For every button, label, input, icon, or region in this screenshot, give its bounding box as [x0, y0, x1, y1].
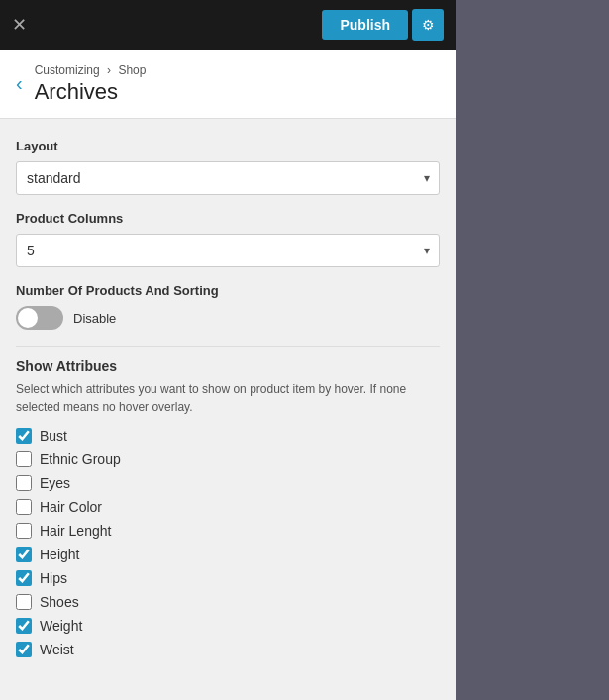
checkbox-shoes: Shoes	[16, 594, 440, 610]
checkbox-hair-color: Hair Color	[16, 499, 440, 515]
page-title: Archives	[35, 79, 147, 105]
weight-label: Weight	[40, 618, 82, 634]
eyes-checkbox[interactable]	[16, 475, 32, 491]
shoes-checkbox[interactable]	[16, 594, 32, 610]
ethnic-group-label: Ethnic Group	[40, 451, 121, 467]
hair-lenght-label: Hair Lenght	[40, 523, 111, 539]
hair-color-checkbox[interactable]	[16, 499, 32, 515]
main-panel: Layout standard grid list ▾ Product Colu…	[0, 119, 456, 700]
checkbox-hips: Hips	[16, 570, 440, 586]
toggle-knob	[18, 308, 38, 328]
gear-icon: ⚙	[422, 17, 435, 33]
hips-checkbox[interactable]	[16, 570, 32, 586]
show-attribs-title: Show Attribues	[16, 358, 440, 374]
toggle-label: Disable	[73, 311, 116, 326]
checkbox-weight: Weight	[16, 618, 440, 634]
show-attribs-section: Show Attribues Select which attributes y…	[16, 358, 440, 657]
checkbox-hair-lenght: Hair Lenght	[16, 523, 440, 539]
hips-label: Hips	[40, 570, 67, 586]
close-button[interactable]: ✕	[12, 16, 27, 34]
ethnic-group-checkbox[interactable]	[16, 451, 32, 467]
bust-label: Bust	[40, 428, 67, 444]
breadcrumb-part1: Customizing	[35, 63, 100, 77]
height-checkbox[interactable]	[16, 547, 32, 562]
disable-toggle[interactable]	[16, 306, 63, 330]
product-columns-select[interactable]: 1 2 3 4 5 6	[16, 234, 440, 267]
show-attribs-desc: Select which attributes you want to show…	[16, 380, 440, 416]
nav-text: Customizing › Shop Archives	[35, 63, 147, 105]
breadcrumb-arrow: ›	[107, 63, 111, 77]
bust-checkbox[interactable]	[16, 428, 32, 444]
layout-label: Layout	[16, 139, 440, 153]
publish-button[interactable]: Publish	[322, 10, 408, 40]
background-panel	[456, 0, 609, 700]
layout-select[interactable]: standard grid list	[16, 161, 440, 195]
hair-lenght-checkbox[interactable]	[16, 523, 32, 539]
layout-select-wrapper: standard grid list ▾	[16, 161, 440, 195]
breadcrumb: Customizing › Shop	[35, 63, 147, 77]
hair-color-label: Hair Color	[40, 499, 102, 515]
weist-label: Weist	[40, 642, 74, 657]
back-button[interactable]: ‹	[16, 72, 23, 95]
weist-checkbox[interactable]	[16, 642, 32, 657]
toggle-row: Disable	[16, 306, 440, 330]
breadcrumb-part2: Shop	[118, 63, 146, 77]
checkbox-eyes: Eyes	[16, 475, 440, 491]
divider	[16, 346, 440, 347]
shoes-label: Shoes	[40, 594, 79, 610]
checkbox-ethnic-group: Ethnic Group	[16, 451, 440, 467]
weight-checkbox[interactable]	[16, 618, 32, 634]
sorting-label: Number Of Products And Sorting	[16, 283, 440, 298]
top-bar: ✕ Publish ⚙	[0, 0, 456, 50]
checkbox-weist: Weist	[16, 642, 440, 657]
settings-button[interactable]: ⚙	[412, 9, 444, 41]
eyes-label: Eyes	[40, 475, 70, 491]
product-columns-label: Product Columns	[16, 211, 440, 226]
height-label: Height	[40, 547, 79, 562]
product-columns-select-wrapper: 1 2 3 4 5 6 ▾	[16, 234, 440, 267]
top-bar-actions: Publish ⚙	[322, 9, 444, 41]
checkbox-bust: Bust	[16, 428, 440, 444]
nav-bar: ‹ Customizing › Shop Archives	[0, 50, 456, 119]
checkbox-height: Height	[16, 547, 440, 562]
